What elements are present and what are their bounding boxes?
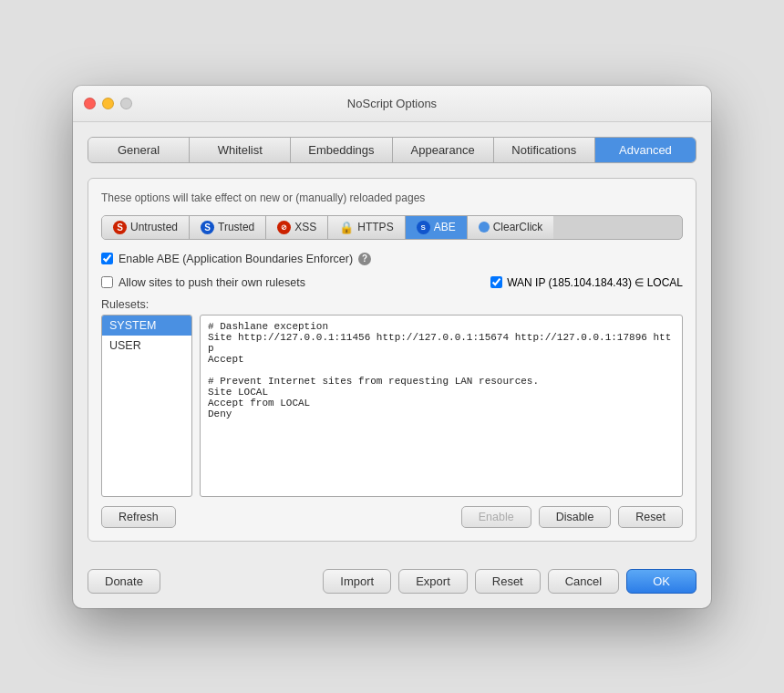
- ruleset-item-user[interactable]: USER: [102, 336, 191, 356]
- options-row2: Allow sites to push their own rulesets W…: [101, 276, 683, 289]
- export-button[interactable]: Export: [398, 569, 468, 594]
- rulesets-label: Rulesets:: [101, 298, 683, 311]
- close-button[interactable]: [84, 98, 96, 109]
- ruleset-item-system[interactable]: SYSTEM: [102, 315, 191, 336]
- s-blue-icon: S: [201, 221, 214, 234]
- subtab-untrusted[interactable]: S Untrusted: [102, 216, 190, 239]
- right-button-group: Enable Disable Reset: [461, 506, 683, 528]
- tab-bar: General Whitelist Embeddings Appearance …: [88, 137, 696, 163]
- tab-whitelist[interactable]: Whitelist: [190, 138, 291, 162]
- titlebar: NoScript Options: [73, 86, 711, 122]
- subtab-https[interactable]: 🔒 HTTPS: [328, 216, 405, 239]
- bottom-bar: Donate Import Export Reset Cancel OK: [73, 556, 711, 608]
- main-content: General Whitelist Embeddings Appearance …: [73, 122, 711, 556]
- ok-button[interactable]: OK: [626, 569, 696, 594]
- refresh-button[interactable]: Refresh: [101, 506, 176, 528]
- cancel-button[interactable]: Cancel: [548, 569, 619, 594]
- subtab-xss-label: XSS: [294, 221, 316, 233]
- tab-general[interactable]: General: [88, 138, 190, 162]
- ruleset-buttons: Refresh Enable Disable Reset: [101, 506, 683, 528]
- wan-row: WAN IP (185.104.184.43) ∈ LOCAL: [490, 276, 683, 289]
- subtab-trusted[interactable]: S Trusted: [190, 216, 266, 239]
- tab-advanced[interactable]: Advanced: [595, 138, 696, 162]
- tab-embeddings[interactable]: Embeddings: [291, 138, 392, 162]
- push-checkbox[interactable]: [101, 276, 113, 288]
- enable-button[interactable]: Enable: [461, 506, 531, 528]
- abe-icon: S: [417, 221, 430, 234]
- wan-checkbox[interactable]: [490, 276, 502, 288]
- window-title: NoScript Options: [347, 97, 437, 110]
- disable-button[interactable]: Disable: [539, 506, 612, 528]
- reset-button[interactable]: Reset: [475, 569, 541, 594]
- main-window: NoScript Options General Whitelist Embed…: [73, 86, 711, 608]
- subtab-abe-label: ABE: [434, 221, 456, 233]
- subtab-https-label: HTTPS: [357, 221, 393, 233]
- reset-ruleset-button[interactable]: Reset: [618, 506, 683, 528]
- abe-checkbox-label: Enable ABE (Application Boundaries Enfor…: [119, 253, 353, 265]
- subtab-xss[interactable]: ⊘ XSS: [266, 216, 328, 239]
- bottom-left-buttons: Donate: [88, 569, 160, 594]
- ruleset-editor[interactable]: # Dashlane exception Site http://127.0.0…: [200, 315, 683, 497]
- xss-icon: ⊘: [277, 221, 291, 234]
- subtab-untrusted-label: Untrusted: [130, 221, 178, 233]
- cc-icon: [479, 222, 490, 233]
- sub-tab-bar: S Untrusted S Trusted ⊘ XSS 🔒 HTTPS S: [101, 215, 683, 240]
- hint-text: These options will take effect on new or…: [101, 191, 683, 204]
- subtab-abe[interactable]: S ABE: [406, 216, 468, 239]
- maximize-button[interactable]: [120, 98, 132, 109]
- help-icon[interactable]: ?: [358, 253, 371, 265]
- tab-appearance[interactable]: Appearance: [393, 138, 494, 162]
- advanced-panel: These options will take effect on new or…: [88, 178, 696, 542]
- abe-checkbox[interactable]: [101, 253, 113, 264]
- push-checkbox-row: Allow sites to push their own rulesets: [101, 276, 305, 289]
- donate-button[interactable]: Donate: [88, 569, 160, 594]
- subtab-trusted-label: Trusted: [218, 221, 254, 233]
- import-button[interactable]: Import: [323, 569, 391, 594]
- ruleset-list: SYSTEM USER: [101, 315, 192, 497]
- bottom-right-buttons: Import Export Reset Cancel OK: [323, 569, 696, 594]
- s-red-icon: S: [113, 221, 127, 234]
- subtab-clearclick-label: ClearClick: [493, 221, 543, 233]
- options-rows: Enable ABE (Application Boundaries Enfor…: [101, 253, 683, 265]
- tab-notifications[interactable]: Notifications: [494, 138, 595, 162]
- rulesets-area: SYSTEM USER # Dashlane exception Site ht…: [101, 315, 683, 497]
- wan-label: WAN IP (185.104.184.43) ∈ LOCAL: [507, 276, 683, 289]
- minimize-button[interactable]: [102, 98, 114, 109]
- subtab-clearclick[interactable]: ClearClick: [468, 216, 554, 239]
- abe-checkbox-row: Enable ABE (Application Boundaries Enfor…: [101, 253, 683, 265]
- https-icon: 🔒: [339, 221, 354, 234]
- push-checkbox-label: Allow sites to push their own rulesets: [119, 276, 305, 289]
- traffic-lights: [84, 98, 132, 109]
